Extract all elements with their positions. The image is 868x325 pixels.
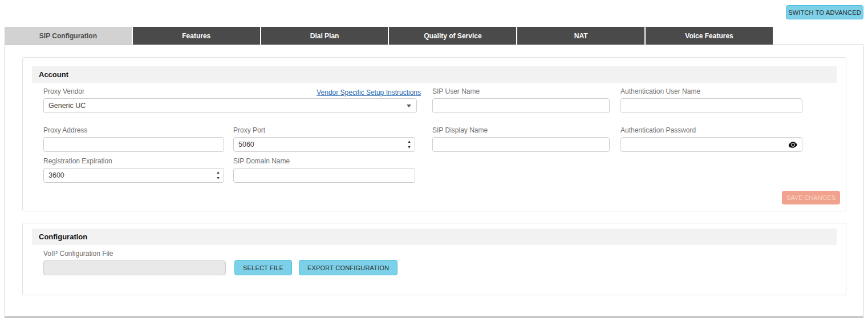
voip-configuration-file-input — [43, 260, 226, 275]
registration-expiration-input[interactable] — [43, 168, 224, 183]
save-changes-button[interactable]: SAVE CHANGES — [782, 191, 840, 204]
proxy-address-field: Proxy Address — [43, 126, 224, 152]
spinner-up-icon[interactable]: ▲ — [216, 170, 220, 175]
tab-voice-features[interactable]: Voice Features — [646, 27, 773, 45]
spinner-down-icon[interactable]: ▼ — [407, 145, 411, 150]
spinner-down-icon[interactable]: ▼ — [216, 175, 220, 181]
tab-sip-configuration[interactable]: SIP Configuration — [5, 27, 132, 45]
auth-password-field: Authentication Password — [620, 126, 802, 152]
auth-user-name-input[interactable] — [620, 98, 802, 113]
tab-features[interactable]: Features — [133, 27, 260, 45]
sip-display-name-label: SIP Display Name — [432, 126, 610, 134]
proxy-port-field: Proxy Port ▲ ▼ — [233, 126, 415, 152]
tab-quality-of-service[interactable]: Quality of Service — [389, 27, 516, 45]
sip-user-name-input[interactable] — [432, 98, 610, 113]
tab-bar: SIP Configuration Features Dial Plan Qua… — [5, 27, 773, 45]
sip-domain-name-input[interactable] — [233, 168, 415, 183]
toggle-password-visibility-button[interactable] — [788, 140, 798, 149]
export-configuration-button[interactable]: EXPORT CONFIGURATION — [299, 260, 398, 275]
account-section: Account Vendor Specific Setup Instructio… — [22, 57, 846, 211]
eye-icon — [789, 142, 797, 151]
proxy-vendor-label: Proxy Vendor — [43, 87, 417, 95]
account-section-title: Account — [32, 66, 837, 83]
voip-configuration-file-field: VoIP Configuration File — [43, 250, 226, 275]
configuration-section-title: Configuration — [32, 228, 837, 245]
sip-configuration-panel: Account Vendor Specific Setup Instructio… — [5, 45, 863, 318]
auth-user-name-label: Authentication User Name — [620, 87, 802, 95]
sip-user-name-field: SIP User Name — [432, 87, 610, 113]
auth-user-name-field: Authentication User Name — [620, 87, 802, 113]
spinner-up-icon[interactable]: ▲ — [407, 139, 411, 145]
proxy-address-label: Proxy Address — [43, 126, 224, 134]
registration-expiration-stepper[interactable]: ▲ ▼ — [216, 170, 220, 181]
auth-password-input[interactable] — [620, 137, 802, 152]
sip-display-name-field: SIP Display Name — [432, 126, 610, 152]
sip-domain-name-field: SIP Domain Name — [233, 157, 415, 183]
configuration-section: Configuration VoIP Configuration File SE… — [22, 223, 846, 295]
select-file-button[interactable]: SELECT FILE — [234, 260, 292, 275]
switch-to-advanced-button[interactable]: SWITCH TO ADVANCED — [786, 5, 863, 19]
proxy-address-input[interactable] — [43, 137, 224, 152]
tab-nat[interactable]: NAT — [517, 27, 644, 45]
proxy-port-stepper[interactable]: ▲ ▼ — [407, 139, 411, 150]
voip-settings-page: SWITCH TO ADVANCED SIP Configuration Fea… — [0, 0, 868, 325]
proxy-vendor-field: Proxy Vendor Generic UC — [43, 87, 417, 113]
proxy-port-label: Proxy Port — [233, 126, 415, 134]
sip-user-name-label: SIP User Name — [432, 87, 610, 95]
proxy-vendor-select[interactable]: Generic UC — [43, 98, 417, 113]
auth-password-label: Authentication Password — [620, 126, 802, 134]
registration-expiration-field: Registration Expiration ▲ ▼ — [43, 157, 224, 183]
tab-dial-plan[interactable]: Dial Plan — [261, 27, 388, 45]
registration-expiration-label: Registration Expiration — [43, 157, 224, 165]
voip-configuration-file-label: VoIP Configuration File — [43, 250, 226, 258]
proxy-port-input[interactable] — [233, 137, 415, 152]
sip-display-name-input[interactable] — [432, 137, 610, 152]
sip-domain-name-label: SIP Domain Name — [233, 157, 415, 165]
